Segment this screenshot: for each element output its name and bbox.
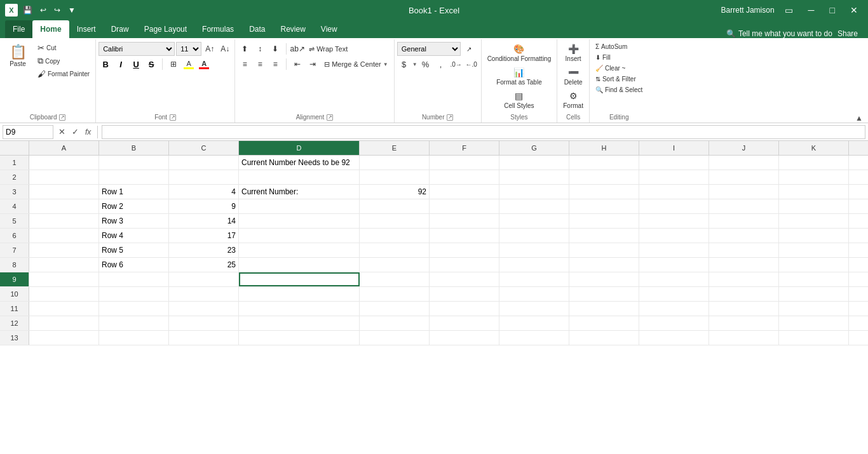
cell-e2[interactable] xyxy=(360,170,430,184)
cell-f11[interactable] xyxy=(430,302,499,316)
cell-d4[interactable] xyxy=(239,199,360,213)
minimize-btn[interactable]: ─ xyxy=(803,3,820,18)
cell-e4[interactable] xyxy=(360,199,430,213)
row-header-5[interactable]: 5 xyxy=(0,214,29,228)
cell-b4[interactable]: Row 2 xyxy=(99,199,169,213)
cell-h4[interactable] xyxy=(569,199,639,213)
cell-h1[interactable] xyxy=(569,156,639,170)
row-header-1[interactable]: 1 xyxy=(0,156,29,170)
decimal-increase-btn[interactable]: .0→ xyxy=(449,57,463,71)
wrap-text-button[interactable]: ⇌ Wrap Text xyxy=(306,44,351,55)
cell-g1[interactable] xyxy=(499,156,569,170)
cell-h13[interactable] xyxy=(569,331,639,345)
cell-a2[interactable] xyxy=(29,170,99,184)
cell-d9[interactable] xyxy=(239,272,360,286)
cell-k3[interactable] xyxy=(779,185,849,199)
cell-b8[interactable]: Row 6 xyxy=(99,258,169,272)
cell-a3[interactable] xyxy=(29,185,99,199)
tab-formulas[interactable]: Formulas xyxy=(194,20,241,38)
italic-button[interactable]: I xyxy=(114,57,128,71)
cell-j11[interactable] xyxy=(709,302,779,316)
cell-h6[interactable] xyxy=(569,229,639,243)
font-increase-btn[interactable]: A↑ xyxy=(203,42,217,56)
merge-center-button[interactable]: ⊟ Merge & Center ▼ xyxy=(321,59,391,70)
cell-d6[interactable] xyxy=(239,229,360,243)
cell-f4[interactable] xyxy=(430,199,499,213)
cell-e5[interactable] xyxy=(360,214,430,228)
currency-btn[interactable]: $ xyxy=(397,57,411,71)
ribbon-collapse-btn[interactable]: ▲ xyxy=(855,114,863,123)
align-center-btn[interactable]: ≡ xyxy=(253,57,267,71)
cell-k2[interactable] xyxy=(779,170,849,184)
cell-k5[interactable] xyxy=(779,214,849,228)
format-btn[interactable]: ⚙ Format xyxy=(560,89,587,111)
cell-h2[interactable] xyxy=(569,170,639,184)
cell-b10[interactable] xyxy=(99,287,169,301)
cell-j3[interactable] xyxy=(709,185,779,199)
decimal-decrease-btn[interactable]: ←.0 xyxy=(465,57,478,71)
clipboard-expand[interactable]: ↗ xyxy=(59,114,65,121)
qat-save-btn[interactable]: 💾 xyxy=(20,4,35,16)
cell-k6[interactable] xyxy=(779,229,849,243)
cell-h7[interactable] xyxy=(569,243,639,257)
cell-j6[interactable] xyxy=(709,229,779,243)
cell-c6[interactable]: 17 xyxy=(169,229,239,243)
cell-j5[interactable] xyxy=(709,214,779,228)
cell-e7[interactable] xyxy=(360,243,430,257)
cell-d7[interactable] xyxy=(239,243,360,257)
strikethrough-button[interactable]: S xyxy=(144,57,158,71)
cell-k4[interactable] xyxy=(779,199,849,213)
cell-f8[interactable] xyxy=(430,258,499,272)
cell-k9[interactable] xyxy=(779,272,849,286)
cut-button[interactable]: ✂ Cut xyxy=(34,42,93,54)
alignment-expand[interactable]: ↗ xyxy=(327,114,333,121)
cell-b1[interactable] xyxy=(99,156,169,170)
cell-g7[interactable] xyxy=(499,243,569,257)
cell-j4[interactable] xyxy=(709,199,779,213)
cell-h9[interactable] xyxy=(569,272,639,286)
border-button[interactable]: ⊞ xyxy=(166,57,180,71)
cell-i3[interactable] xyxy=(639,185,709,199)
cell-d2[interactable] xyxy=(239,170,360,184)
cell-g5[interactable] xyxy=(499,214,569,228)
share-btn[interactable]: Share xyxy=(837,29,858,38)
cell-b12[interactable] xyxy=(99,316,169,330)
cell-i11[interactable] xyxy=(639,302,709,316)
cell-b2[interactable] xyxy=(99,170,169,184)
cell-g9[interactable] xyxy=(499,272,569,286)
col-header-j[interactable]: J xyxy=(709,141,779,155)
cell-c10[interactable] xyxy=(169,287,239,301)
maximize-btn[interactable]: □ xyxy=(825,3,840,18)
cell-b5[interactable]: Row 3 xyxy=(99,214,169,228)
cell-j8[interactable] xyxy=(709,258,779,272)
cell-i10[interactable] xyxy=(639,287,709,301)
cell-k11[interactable] xyxy=(779,302,849,316)
cell-d5[interactable] xyxy=(239,214,360,228)
cell-b11[interactable] xyxy=(99,302,169,316)
fill-color-button[interactable]: A xyxy=(182,57,196,71)
tab-view[interactable]: View xyxy=(313,20,345,38)
cell-d1[interactable]: Current Number Needs to be 92 xyxy=(239,156,360,170)
cell-c2[interactable] xyxy=(169,170,239,184)
cell-c9[interactable] xyxy=(169,272,239,286)
cell-c13[interactable] xyxy=(169,331,239,345)
clear-btn[interactable]: 🧹 Clear ~ xyxy=(592,63,646,73)
cell-k8[interactable] xyxy=(779,258,849,272)
tell-me-box[interactable]: 🔍 Tell me what you want to do xyxy=(726,29,832,38)
cell-b7[interactable]: Row 5 xyxy=(99,243,169,257)
cell-h3[interactable] xyxy=(569,185,639,199)
cell-d8[interactable] xyxy=(239,258,360,272)
cell-i8[interactable] xyxy=(639,258,709,272)
cancel-formula-btn[interactable]: ✕ xyxy=(56,126,68,138)
cell-g13[interactable] xyxy=(499,331,569,345)
cell-f13[interactable] xyxy=(430,331,499,345)
cell-j9[interactable] xyxy=(709,272,779,286)
tab-draw[interactable]: Draw xyxy=(104,20,137,38)
insert-btn[interactable]: ➕ Insert xyxy=(560,42,587,64)
cell-b9[interactable] xyxy=(99,272,169,286)
cell-j2[interactable] xyxy=(709,170,779,184)
tab-review[interactable]: Review xyxy=(273,20,313,38)
cell-j7[interactable] xyxy=(709,243,779,257)
row-header-7[interactable]: 7 xyxy=(0,243,29,257)
col-header-f[interactable]: F xyxy=(430,141,499,155)
